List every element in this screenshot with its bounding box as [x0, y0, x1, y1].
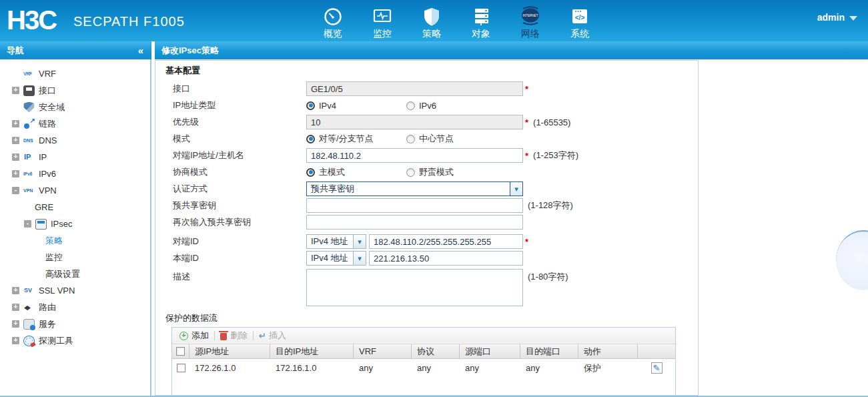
- sidebar-item-routing[interactable]: +路由: [0, 299, 150, 316]
- table-header-row: 源IP地址 目的IP地址 VRF 协议 源端口 目的端口 动作: [172, 344, 675, 359]
- sidebar-item-ipsec[interactable]: -IPsec: [0, 216, 150, 232]
- sidebar-item-ip[interactable]: +IP: [0, 149, 150, 165]
- sidebar-item-services[interactable]: +服务: [0, 316, 150, 332]
- description-textarea[interactable]: [306, 269, 523, 306]
- expand-icon[interactable]: +: [12, 137, 19, 144]
- peer-address-input[interactable]: [306, 148, 523, 163]
- sidebar-item-security-zone[interactable]: 安全域: [0, 99, 150, 115]
- security-zone-icon: [23, 102, 35, 113]
- nav-item-objects[interactable]: 对象: [456, 3, 506, 40]
- collapse-icon[interactable]: -: [12, 187, 19, 194]
- radio-hub[interactable]: 中心节点: [406, 133, 454, 145]
- user-menu[interactable]: admin: [817, 12, 857, 23]
- sslvpn-icon: [23, 286, 35, 296]
- psk-confirm-input[interactable]: [306, 215, 523, 230]
- radio-peer-branch[interactable]: 对等/分支节点: [306, 133, 406, 145]
- local-id-input[interactable]: [369, 251, 523, 266]
- select-all-checkbox[interactable]: [176, 347, 185, 356]
- radio-aggressive-mode[interactable]: 野蛮模式: [406, 166, 454, 178]
- monitor-icon: [358, 3, 407, 27]
- row-checkbox[interactable]: [177, 364, 185, 372]
- sidebar-item-vpn[interactable]: -VPN: [0, 182, 150, 199]
- form-row-description: 描述 (1-80字符): [173, 269, 698, 306]
- required-mark: *: [525, 151, 528, 161]
- sidebar-item-ipsec-policy[interactable]: 策略: [0, 232, 150, 249]
- expand-icon[interactable]: +: [12, 153, 19, 161]
- cell-src: 172.26.1.0: [189, 359, 270, 377]
- field-label: 预共享密钥: [173, 200, 306, 212]
- username: admin: [817, 12, 845, 23]
- edit-icon[interactable]: ✎: [651, 362, 663, 374]
- cell-dport: any: [520, 359, 578, 377]
- nav-item-system[interactable]: </> 系统: [555, 3, 604, 40]
- cell-proto: any: [412, 359, 460, 377]
- column-header-dport: 目的端口: [520, 344, 578, 358]
- ip-icon: [23, 152, 35, 163]
- sidebar-item-gre[interactable]: GRE: [0, 199, 150, 216]
- svg-text:</>: </>: [575, 14, 585, 21]
- sidebar-item-probe-tools[interactable]: +探测工具: [0, 332, 150, 349]
- expand-icon[interactable]: +: [12, 304, 19, 311]
- sidebar-item-sslvpn[interactable]: +SSL VPN: [0, 282, 150, 299]
- interface-input[interactable]: [306, 81, 523, 96]
- insert-icon: ↵: [259, 331, 266, 341]
- routing-icon: [23, 302, 35, 313]
- chevron-down-icon: [849, 16, 857, 21]
- delete-button[interactable]: 删除: [217, 330, 251, 342]
- psk-input[interactable]: [306, 198, 523, 213]
- field-label: 协商模式: [173, 166, 306, 178]
- svg-text:INTERNET: INTERNET: [523, 14, 538, 17]
- sidebar-item-ipsec-monitor[interactable]: 监控: [0, 249, 150, 266]
- radio-ipv4[interactable]: IPv4: [306, 101, 406, 111]
- sidebar-item-interface[interactable]: +接口: [0, 82, 150, 99]
- sidebar-item-ipsec-advanced[interactable]: 高级设置: [0, 266, 150, 282]
- column-header-vrf: VRF: [354, 344, 412, 358]
- peer-id-input[interactable]: [369, 234, 523, 249]
- nav-item-policy[interactable]: 策略: [407, 3, 456, 40]
- nav-item-monitor[interactable]: 监控: [358, 3, 407, 40]
- expand-icon[interactable]: +: [12, 287, 19, 294]
- sidebar-title: 导航: [7, 45, 24, 57]
- nav-item-overview[interactable]: 概览: [308, 3, 358, 40]
- peer-id-type-select[interactable]: IPv4 地址 ▾: [306, 234, 366, 249]
- expand-icon[interactable]: +: [12, 320, 19, 328]
- form-row-negotiation: 协商模式 主模式 野蛮模式: [173, 165, 698, 179]
- insert-button[interactable]: ↵插入: [256, 330, 290, 342]
- collapse-sidebar-button[interactable]: «: [138, 45, 143, 56]
- vpn-icon: [23, 185, 35, 196]
- radio-icon: [406, 168, 415, 177]
- expand-icon[interactable]: +: [12, 120, 19, 127]
- required-mark: *: [525, 84, 528, 94]
- sidebar-item-vrf[interactable]: VRF: [0, 65, 150, 82]
- radio-main-mode[interactable]: 主模式: [306, 166, 406, 178]
- sidebar-item-ipv6[interactable]: +IPv6: [0, 165, 150, 182]
- app-window: H3C SECPATH F1005 概览 监控 策略: [0, 0, 868, 397]
- objects-icon: [456, 3, 506, 27]
- sidebar-nav-tree: VRF +接口 安全域 +链路 +DNS +IP +IPv6 -VPN GRE …: [0, 59, 151, 396]
- page-title: 修改IPsec策略: [161, 45, 219, 57]
- nav-item-network[interactable]: INTERNET 网络: [506, 3, 555, 40]
- dataflow-section-title: 保护的数据流: [165, 312, 698, 324]
- sidebar-item-link[interactable]: +链路: [0, 115, 150, 132]
- main-content-panel: 基本配置 接口 * IP地址类型 IPv4 IPv6 优先级 * (1-6553…: [155, 60, 699, 396]
- expand-icon[interactable]: +: [12, 337, 19, 344]
- field-label: IP地址类型: [173, 99, 306, 111]
- floating-assistant-widget[interactable]: [836, 230, 868, 290]
- column-header-sport: 源端口: [460, 344, 520, 358]
- radio-ipv6[interactable]: IPv6: [406, 101, 436, 111]
- range-hint: (1-80字符): [528, 271, 568, 283]
- expand-icon[interactable]: +: [12, 87, 19, 94]
- priority-input[interactable]: [306, 115, 523, 129]
- field-label: 描述: [173, 271, 306, 283]
- auth-method-select[interactable]: 预共享密钥 ▾: [306, 181, 523, 196]
- form-row-mode: 模式 对等/分支节点 中心节点: [173, 131, 698, 146]
- sidebar-item-dns[interactable]: +DNS: [0, 132, 150, 149]
- expand-icon[interactable]: +: [12, 170, 19, 177]
- chevron-down-icon: ▾: [510, 182, 522, 195]
- dataflow-toolbar: 添加 删除 ↵插入: [172, 328, 675, 344]
- field-label: 认证方式: [173, 183, 306, 195]
- local-id-type-select[interactable]: IPv4 地址 ▾: [306, 251, 366, 266]
- form-row-interface: 接口 *: [173, 81, 698, 96]
- collapse-icon[interactable]: -: [24, 220, 31, 228]
- add-button[interactable]: 添加: [176, 330, 212, 342]
